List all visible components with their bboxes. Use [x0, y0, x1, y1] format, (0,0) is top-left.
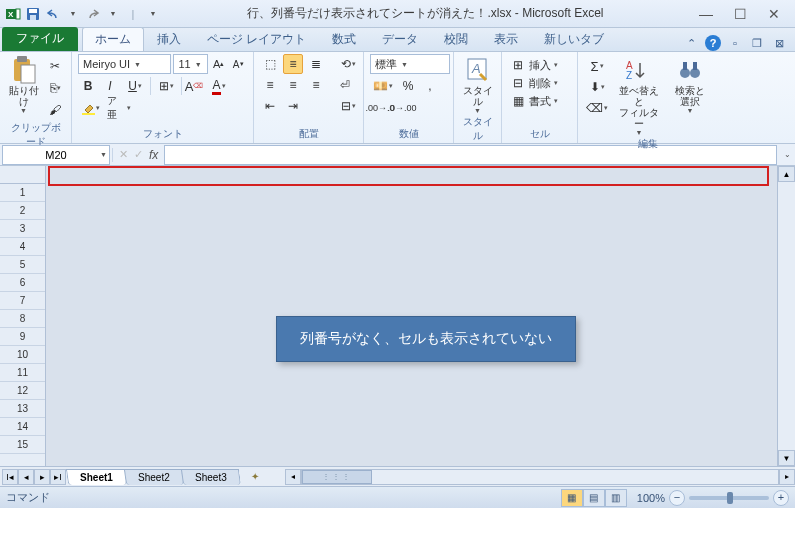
align-right-icon[interactable]: ≡ [306, 75, 326, 95]
format-painter-icon[interactable]: 🖌 [45, 100, 65, 120]
cut-icon[interactable]: ✂ [45, 56, 65, 76]
decrease-decimal-icon[interactable]: .0→.00 [392, 98, 412, 118]
prev-sheet-icon[interactable]: ◂ [18, 469, 34, 485]
align-left-icon[interactable]: ≡ [260, 75, 280, 95]
underline-button[interactable]: U▾ [122, 76, 148, 96]
merge-button[interactable]: ⊟▾ [335, 96, 361, 116]
scroll-track[interactable]: ⋮⋮⋮ [301, 469, 779, 485]
font-color-button[interactable]: A▾ [206, 76, 232, 96]
sheet-tab[interactable]: Sheet1 [66, 469, 127, 485]
align-top-icon[interactable]: ⬚ [260, 54, 280, 74]
find-select-button[interactable]: 検索と 選択 ▼ [668, 54, 712, 114]
save-icon[interactable] [24, 5, 42, 23]
comma-icon[interactable]: , [420, 76, 440, 96]
row-header[interactable]: 3 [0, 220, 45, 238]
align-bottom-icon[interactable]: ≣ [306, 54, 326, 74]
row-header[interactable]: 6 [0, 274, 45, 292]
italic-button[interactable]: I [100, 76, 120, 96]
page-layout-view-icon[interactable]: ▤ [583, 489, 605, 507]
scroll-thumb[interactable]: ⋮⋮⋮ [302, 470, 372, 484]
row-header[interactable]: 15 [0, 436, 45, 454]
redo-dropdown-icon[interactable]: ▼ [104, 5, 122, 23]
sort-filter-button[interactable]: AZ 並べ替えと フィルター ▼ [614, 54, 664, 136]
first-sheet-icon[interactable]: I◂ [2, 469, 18, 485]
next-sheet-icon[interactable]: ▸ [34, 469, 50, 485]
font-color-clear-icon[interactable]: A⌫ [184, 76, 204, 96]
zoom-out-icon[interactable]: − [669, 490, 685, 506]
row-header[interactable]: 1 [0, 184, 45, 202]
insert-cells-button[interactable]: ⊞挿入▾ [508, 56, 571, 74]
scroll-right-icon[interactable]: ▸ [779, 469, 795, 485]
mdi-close-icon[interactable]: ⊠ [771, 35, 787, 51]
styles-dropdown-icon[interactable]: ▼ [474, 107, 481, 114]
cancel-formula-icon[interactable]: ✕ [119, 148, 128, 161]
autosum-button[interactable]: Σ▾ [584, 56, 610, 76]
row-header[interactable]: 2 [0, 202, 45, 220]
grid-area[interactable]: 列番号がなく、セルも表示されていない [46, 166, 777, 466]
wrap-text-icon[interactable]: ⏎ [335, 75, 355, 95]
tab-data[interactable]: データ [369, 27, 431, 51]
maximize-button[interactable]: ☐ [731, 5, 749, 23]
help-icon[interactable]: ? [705, 35, 721, 51]
row-header[interactable]: 11 [0, 364, 45, 382]
tab-review[interactable]: 校閲 [431, 27, 481, 51]
row-header[interactable]: 8 [0, 310, 45, 328]
decrease-font-icon[interactable]: A▾ [229, 54, 247, 74]
font-name-combo[interactable]: Meiryo UI▼ [78, 54, 171, 74]
enter-formula-icon[interactable]: ✓ [134, 148, 143, 161]
sheet-tab[interactable]: Sheet3 [180, 469, 240, 485]
clear-button[interactable]: ⌫▾ [584, 98, 610, 118]
row-header[interactable]: 5 [0, 256, 45, 274]
decrease-indent-icon[interactable]: ⇤ [260, 96, 280, 116]
zoom-slider[interactable] [689, 496, 769, 500]
vertical-scrollbar[interactable]: ▲ ▼ [777, 166, 795, 466]
tab-home[interactable]: ホーム [82, 27, 144, 51]
cell-styles-button[interactable]: A スタイル ▼ [460, 54, 495, 114]
fill-color-button[interactable]: ▾ [78, 98, 104, 118]
undo-dropdown-icon[interactable]: ▼ [64, 5, 82, 23]
tab-new[interactable]: 新しいタブ [531, 27, 617, 51]
fx-icon[interactable]: fx [149, 148, 158, 162]
row-header[interactable]: 9 [0, 328, 45, 346]
scroll-left-icon[interactable]: ◂ [285, 469, 301, 485]
chevron-down-icon[interactable]: ▼ [100, 151, 107, 158]
border-button[interactable]: ⊞▾ [153, 76, 179, 96]
phonetic-button[interactable]: ア亜▾ [106, 98, 132, 118]
number-format-combo[interactable]: 標準▼ [370, 54, 450, 74]
redo-icon[interactable] [84, 5, 102, 23]
row-header[interactable]: 10 [0, 346, 45, 364]
last-sheet-icon[interactable]: ▸I [50, 469, 66, 485]
row-header[interactable]: 12 [0, 382, 45, 400]
row-header[interactable]: 14 [0, 418, 45, 436]
row-header[interactable]: 4 [0, 238, 45, 256]
page-break-view-icon[interactable]: ▥ [605, 489, 627, 507]
minimize-button[interactable]: — [697, 5, 715, 23]
qat-customize-icon[interactable]: ▼ [144, 5, 162, 23]
select-all-button[interactable] [0, 166, 45, 184]
increase-font-icon[interactable]: A▴ [210, 54, 228, 74]
tab-formulas[interactable]: 数式 [319, 27, 369, 51]
normal-view-icon[interactable]: ▦ [561, 489, 583, 507]
align-middle-icon[interactable]: ≡ [283, 54, 303, 74]
row-header[interactable]: 7 [0, 292, 45, 310]
copy-icon[interactable]: ⎘▾ [45, 78, 65, 98]
minimize-ribbon-icon[interactable]: ⌃ [683, 35, 699, 51]
window-options-icon[interactable]: ▫ [727, 35, 743, 51]
row-header[interactable]: 13 [0, 400, 45, 418]
scroll-up-icon[interactable]: ▲ [778, 166, 795, 182]
percent-icon[interactable]: % [398, 76, 418, 96]
format-cells-button[interactable]: ▦書式▾ [508, 92, 571, 110]
sheet-tab[interactable]: Sheet2 [124, 469, 184, 485]
zoom-level[interactable]: 100% [637, 492, 665, 504]
orientation-button[interactable]: ⟲▾ [335, 54, 361, 74]
fill-button[interactable]: ⬇▾ [584, 77, 610, 97]
font-size-combo[interactable]: 11▼ [173, 54, 207, 74]
zoom-in-icon[interactable]: + [773, 490, 789, 506]
increase-indent-icon[interactable]: ⇥ [283, 96, 303, 116]
accounting-format-button[interactable]: 💴▾ [370, 76, 396, 96]
tab-insert[interactable]: 挿入 [144, 27, 194, 51]
horizontal-scrollbar[interactable]: ◂ ⋮⋮⋮ ▸ [285, 469, 795, 485]
tab-view[interactable]: 表示 [481, 27, 531, 51]
expand-formula-bar-icon[interactable]: ⌄ [779, 150, 795, 159]
bold-button[interactable]: B [78, 76, 98, 96]
